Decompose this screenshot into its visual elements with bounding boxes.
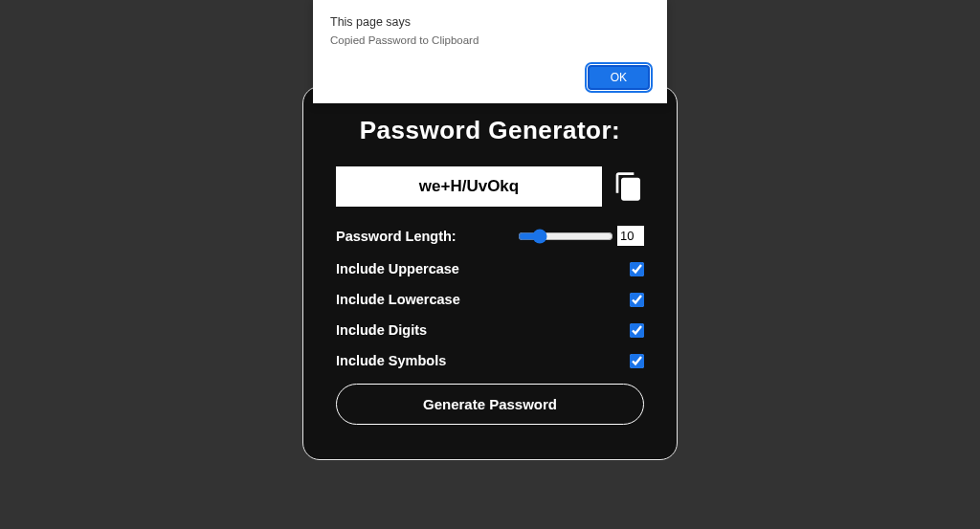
length-value-input[interactable]	[617, 226, 644, 246]
alert-title: This page says	[330, 15, 650, 29]
password-generator-card: Password Generator: Password Length: Inc…	[302, 86, 678, 460]
browser-alert: This page says Copied Password to Clipbo…	[313, 0, 667, 103]
length-label: Password Length:	[336, 229, 457, 244]
copy-icon	[613, 171, 644, 202]
symbols-option: Include Symbols	[336, 353, 644, 368]
password-output[interactable]	[336, 166, 602, 207]
alert-ok-button[interactable]: OK	[588, 65, 650, 90]
copy-button[interactable]	[613, 171, 644, 202]
alert-message: Copied Password to Clipboard	[330, 34, 650, 46]
uppercase-checkbox[interactable]	[630, 262, 644, 276]
symbols-checkbox[interactable]	[630, 354, 644, 368]
uppercase-option: Include Uppercase	[336, 261, 644, 276]
digits-label: Include Digits	[336, 322, 427, 338]
length-option: Password Length:	[336, 226, 644, 246]
digits-checkbox[interactable]	[630, 323, 644, 338]
digits-option: Include Digits	[336, 322, 644, 338]
alert-actions: OK	[330, 65, 650, 90]
uppercase-label: Include Uppercase	[336, 261, 459, 276]
lowercase-checkbox[interactable]	[630, 293, 644, 307]
output-row	[336, 166, 644, 207]
lowercase-label: Include Lowercase	[336, 292, 460, 307]
page-title: Password Generator:	[336, 116, 644, 145]
length-controls	[518, 226, 644, 246]
lowercase-option: Include Lowercase	[336, 292, 644, 307]
generate-button[interactable]: Generate Password	[336, 384, 644, 425]
symbols-label: Include Symbols	[336, 353, 446, 368]
length-slider[interactable]	[518, 229, 613, 244]
